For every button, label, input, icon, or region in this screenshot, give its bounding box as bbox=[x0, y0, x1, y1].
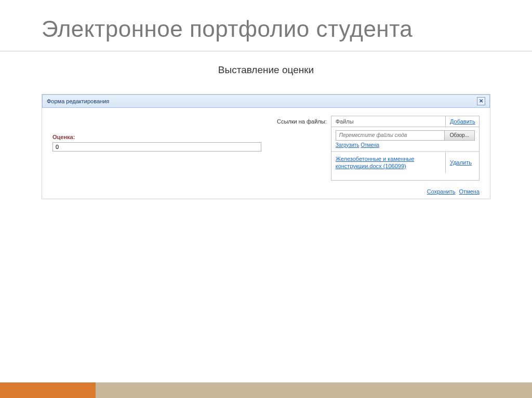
form-screenshot: Форма редактирования ✕ Оценка: Ссылки на… bbox=[42, 94, 490, 199]
file-row: Железобетонные и каменные конструкции.do… bbox=[331, 152, 479, 173]
files-box: Файлы Добавить Обзор... Загрузить Отмена bbox=[331, 116, 480, 181]
form-actions: Сохранить Отмена bbox=[42, 186, 490, 199]
close-icon[interactable]: ✕ bbox=[477, 97, 485, 105]
files-section: Ссылки на файлы: Файлы Добавить Обзор...… bbox=[277, 116, 480, 181]
upload-link[interactable]: Загрузить bbox=[336, 142, 360, 148]
grade-section: Оценка: bbox=[52, 116, 261, 181]
grade-label: Оценка: bbox=[52, 134, 261, 140]
upload-controls: Обзор... bbox=[336, 130, 475, 141]
file-name-link[interactable]: Железобетонные и каменные конструкции.do… bbox=[331, 152, 445, 173]
upload-actions: Загрузить Отмена bbox=[336, 142, 475, 148]
delete-file-link[interactable]: Удалить bbox=[445, 152, 479, 173]
grade-input[interactable] bbox=[52, 142, 261, 152]
title-section: Электронное портфолио студента bbox=[0, 16, 532, 51]
browse-button[interactable]: Обзор... bbox=[445, 130, 475, 141]
form-titlebar-text: Форма редактирования bbox=[47, 98, 109, 104]
form-titlebar: Форма редактирования ✕ bbox=[42, 94, 490, 108]
upload-cancel-link[interactable]: Отмена bbox=[361, 142, 379, 148]
files-header-row: Файлы Добавить bbox=[331, 116, 479, 127]
footer-accent-orange bbox=[0, 382, 96, 398]
form-body: Оценка: Ссылки на файлы: Файлы Добавить … bbox=[42, 108, 490, 186]
page-title: Электронное портфолио студента bbox=[42, 16, 490, 43]
add-file-link[interactable]: Добавить bbox=[445, 116, 479, 127]
files-header-label: Файлы bbox=[331, 116, 445, 127]
footer-bar bbox=[0, 382, 532, 398]
subtitle: Выставление оценки bbox=[0, 64, 532, 76]
upload-row: Обзор... Загрузить Отмена bbox=[331, 127, 479, 152]
footer-accent-beige bbox=[96, 382, 532, 398]
file-drop-input[interactable] bbox=[336, 130, 445, 141]
files-label: Ссылки на файлы: bbox=[277, 116, 327, 181]
save-link[interactable]: Сохранить bbox=[427, 188, 456, 195]
slide-container: Электронное портфолио студента Выставлен… bbox=[0, 0, 532, 398]
cancel-link[interactable]: Отмена bbox=[459, 188, 480, 195]
